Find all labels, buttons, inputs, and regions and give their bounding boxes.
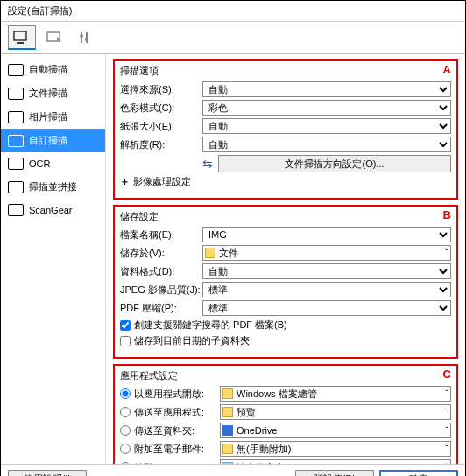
sidebar: 自動掃描 文件掃描 相片掃描 自訂掃描 OCR 掃描並拼接 ScanGear [1,54,106,464]
section-scan-options: A 掃描選項 選擇來源(S):自動 色彩模式(C):彩色 紙張大小(E):自動 … [113,60,458,200]
select-colormode[interactable]: 彩色 [202,100,451,116]
sidebar-item-auto[interactable]: 自動掃描 [1,58,105,81]
label-savein: 儲存於(V): [120,247,202,260]
window-title: 設定(自訂掃描) [1,1,465,22]
select-dataformat[interactable]: 自動 [202,263,451,279]
label-pdfcomp: PDF 壓縮(P): [120,302,202,315]
doc-orientation-button[interactable]: 文件掃描方向設定(O)... [218,155,451,172]
radio-start-ocr[interactable] [120,462,131,464]
sidebar-item-label: 掃描並拼接 [29,180,77,193]
select-pdfcomp[interactable]: 標準 [202,300,451,316]
checkbox-keyword-pdf[interactable]: 創建支援關鍵字搜尋的 PDF 檔案(B) [120,318,451,332]
svg-rect-1 [17,42,24,44]
radio-send-to-app[interactable] [120,407,131,417]
chevron-down-icon: ˇ [445,425,448,436]
svg-rect-0 [14,32,26,40]
tab-scan-from-pc-icon[interactable] [8,25,36,50]
top-tabs [1,22,465,54]
select-papersize[interactable]: 自動 [202,118,451,134]
section-title: 應用程式設定 [120,369,451,382]
chevron-down-icon: ˇ [445,407,448,417]
select-resolution[interactable]: 自動 [202,136,451,152]
select-send-to-app[interactable]: 預覽ˇ [220,404,451,420]
settings-window: 設定(自訂掃描) 自動掃描 文件掃描 相片掃描 自訂掃描 OCR 掃描並拼接 S… [0,0,466,476]
checkbox-date-subfolder[interactable]: 儲存到目前日期的子資料夾 [120,334,451,347]
radio-attach-email[interactable] [120,444,131,454]
sidebar-item-label: 自動掃描 [29,63,67,76]
select-send-to-folder[interactable]: OneDriveˇ [220,423,451,438]
select-jpegq[interactable]: 標準 [202,282,451,298]
document-icon [8,88,24,100]
sidebar-item-document[interactable]: 文件掃描 [1,81,105,105]
expand-icon: ＋ [120,175,130,188]
label-filename: 檔案名稱(E): [120,228,202,242]
section-app-settings: C 應用程式設定 以應用程式開啟: Windows 檔案總管ˇ 傳送至應用程式:… [113,364,458,464]
label-send-to-app: 傳送至應用程式: [134,406,216,419]
sidebar-item-photo[interactable]: 相片掃描 [1,105,105,129]
main-panel: A 掃描選項 選擇來源(S):自動 色彩模式(C):彩色 紙張大小(E):自動 … [106,54,465,464]
sidebar-item-ocr[interactable]: OCR [1,152,105,175]
sidebar-item-label: 相片掃描 [29,110,67,123]
label-start-ocr: 啟動 OCR: [134,461,216,465]
label-jpegq: JPEG 影像品質(J): [120,284,202,297]
sidebar-item-label: OCR [29,158,50,169]
select-source[interactable]: 自動 [202,81,451,97]
select-start-ocr[interactable]: 輸出為文字ˇ [220,459,451,464]
label-colormode: 色彩模式(C): [120,102,202,115]
select-open-with[interactable]: Windows 檔案總管ˇ [220,386,451,402]
svg-point-6 [85,38,88,41]
chevron-down-icon: ˇ [445,388,448,399]
label-dataformat: 資料格式(D): [120,265,202,278]
defaults-button[interactable]: 預設值(D) [295,470,374,476]
scangear-icon [8,204,24,216]
radio-open-with[interactable] [120,388,131,399]
custom-icon [8,135,24,147]
sidebar-item-label: 自訂掃描 [29,134,67,147]
scanner-icon [8,64,24,76]
svg-point-5 [80,34,83,38]
chevron-down-icon: ˇ [445,444,448,454]
swap-icon[interactable]: ⇆ [202,157,213,171]
folder-icon [222,407,233,417]
section-title: 儲存設定 [120,210,451,223]
chevron-down-icon: ˇ [445,462,448,464]
folder-icon [222,444,233,454]
stitch-icon [8,181,24,193]
photo-icon [8,111,24,123]
label-attach-email: 附加至電子郵件: [134,443,216,456]
callout-letter-a: A [443,63,451,76]
ok-button[interactable]: 確定 [379,470,458,476]
ocr-icon [8,158,24,170]
image-processing-label: 影像處理設定 [133,175,191,188]
sidebar-item-stitch[interactable]: 掃描並拼接 [1,175,105,199]
radio-send-to-folder[interactable] [120,425,131,436]
sidebar-item-scangear[interactable]: ScanGear [1,199,105,221]
folder-icon [222,388,233,399]
label-source: 選擇來源(S): [120,83,202,96]
sidebar-item-label: ScanGear [29,205,73,215]
label-open-with: 以應用程式開啟: [134,388,216,401]
label-send-to-folder: 傳送至資料夾: [134,424,216,438]
select-attach-email[interactable]: 無(手動附加)ˇ [220,441,451,457]
chevron-down-icon: ˇ [445,248,448,258]
select-savein[interactable]: 文件 ˇ [202,245,451,261]
onedrive-icon [222,425,233,436]
sidebar-item-custom[interactable]: 自訂掃描 [1,129,105,152]
text-output-icon [222,462,233,464]
label-resolution: 解析度(R): [120,138,202,151]
tab-general-settings-icon[interactable] [71,25,99,50]
tab-scan-from-panel-icon[interactable] [39,25,67,50]
select-filename[interactable]: IMG [202,227,451,242]
sidebar-item-label: 文件掃描 [29,87,67,100]
help-button[interactable]: 使用說明(I) [8,470,87,476]
label-papersize: 紙張大小(E): [120,120,202,133]
image-processing-toggle[interactable]: ＋影像處理設定 [120,175,451,188]
footer: 使用說明(I) 預設值(D) 確定 [1,464,465,476]
callout-letter-b: B [443,208,451,221]
body: 自動掃描 文件掃描 相片掃描 自訂掃描 OCR 掃描並拼接 ScanGear A… [1,54,465,464]
folder-icon [205,248,215,258]
callout-letter-c: C [443,368,451,381]
section-title: 掃描選項 [120,65,451,78]
section-save-settings: B 儲存設定 檔案名稱(E):IMG 儲存於(V): 文件 ˇ 資料格式(D):… [113,205,458,359]
